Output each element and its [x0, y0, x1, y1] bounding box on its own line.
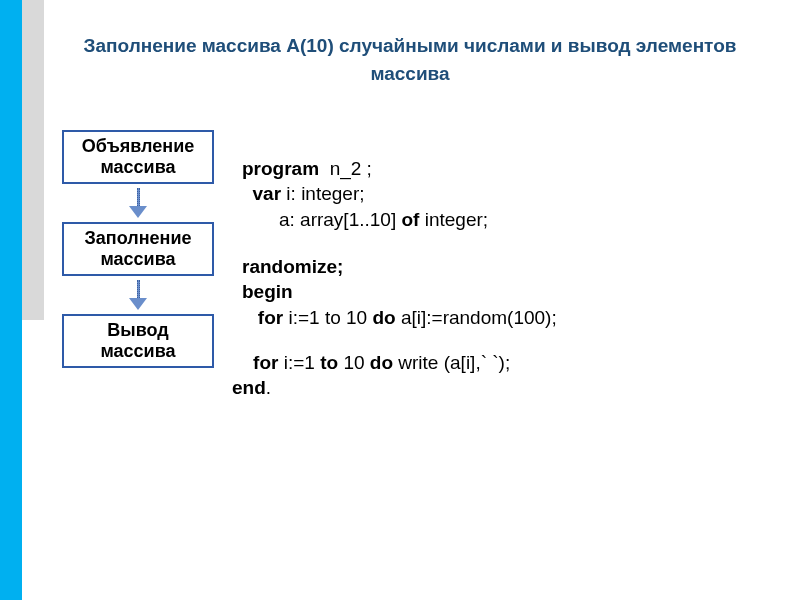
flow-box-fill: Заполнение массива	[62, 222, 214, 276]
slide-title: Заполнение массива А(10) случайными числ…	[60, 32, 760, 87]
sidebar-accent-gray	[22, 0, 44, 320]
code-output: for i:=1 to 10 do write (a[i],` `); end.	[232, 324, 510, 401]
code-text: a: array[1..10]	[242, 209, 401, 230]
code-text: i: integer;	[281, 183, 364, 204]
kw-var: var	[242, 183, 281, 204]
flow-box-label: Заполнение массива	[85, 228, 192, 269]
kw-begin: begin	[242, 281, 293, 302]
code-text: .	[266, 377, 271, 398]
code-text: i:=1	[278, 352, 320, 373]
kw-end: end	[232, 377, 266, 398]
kw-for: for	[232, 352, 278, 373]
code-text: n_2 ;	[319, 158, 372, 179]
flow-box-declare: Объявление массива	[62, 130, 214, 184]
code-text: integer;	[419, 209, 488, 230]
arrow-down-icon	[128, 188, 148, 218]
kw-program: program	[242, 158, 319, 179]
flow-box-label: Объявление массива	[82, 136, 195, 177]
code-declare: program n_2 ; var i: integer; a: array[1…	[242, 130, 488, 233]
kw-do: do	[370, 352, 393, 373]
kw-to: to	[320, 352, 338, 373]
sidebar-accent-cyan	[0, 0, 22, 600]
code-fill: randomize; begin for i:=1 to 10 do a[i]:…	[242, 228, 557, 331]
code-text: 10	[338, 352, 370, 373]
arrow-down-icon	[128, 280, 148, 310]
kw-randomize: randomize;	[242, 256, 343, 277]
code-text: write (a[i],` `);	[393, 352, 510, 373]
flow-box-output: Вывод массива	[62, 314, 214, 368]
flow-box-label: Вывод массива	[100, 320, 175, 361]
kw-of: of	[401, 209, 419, 230]
